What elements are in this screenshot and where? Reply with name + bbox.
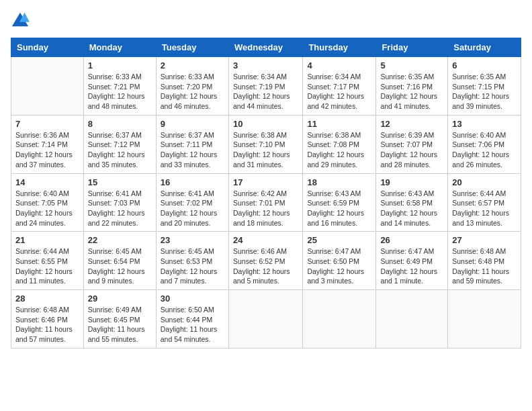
calendar-cell: 28 Sunrise: 6:48 AM Sunset: 6:46 PM Dayl… (11, 290, 84, 349)
calendar-cell: 9 Sunrise: 6:37 AM Sunset: 7:11 PM Dayli… (156, 115, 228, 173)
day-header-friday: Friday (376, 38, 448, 57)
daylight-label: Daylight: 12 hours and 24 minutes. (15, 209, 73, 227)
cell-content: Sunrise: 6:41 AM Sunset: 7:03 PM Dayligh… (88, 189, 152, 228)
sunrise-label: Sunrise: 6:33 AM (161, 73, 214, 81)
day-number: 13 (452, 119, 517, 129)
cell-content: Sunrise: 6:35 AM Sunset: 7:16 PM Dayligh… (380, 72, 443, 111)
sunrise-label: Sunrise: 6:41 AM (88, 189, 142, 197)
daylight-label: Daylight: 12 hours and 37 minutes. (15, 150, 73, 169)
cell-content: Sunrise: 6:44 AM Sunset: 6:55 PM Dayligh… (15, 246, 79, 286)
day-number: 10 (233, 119, 298, 129)
calendar-cell: 7 Sunrise: 6:36 AM Sunset: 7:14 PM Dayli… (11, 115, 84, 173)
sunset-label: Sunset: 7:10 PM (233, 140, 285, 148)
cell-content: Sunrise: 6:41 AM Sunset: 7:02 PM Dayligh… (161, 189, 224, 228)
daylight-label: Daylight: 11 hours and 55 minutes. (88, 325, 145, 343)
sunset-label: Sunset: 7:03 PM (88, 199, 140, 207)
calendar-week-4: 21 Sunrise: 6:44 AM Sunset: 6:55 PM Dayl… (11, 232, 521, 290)
sunrise-label: Sunrise: 6:45 AM (88, 247, 142, 255)
daylight-label: Daylight: 11 hours and 59 minutes. (452, 267, 509, 285)
calendar-cell: 12 Sunrise: 6:39 AM Sunset: 7:07 PM Dayl… (376, 115, 448, 173)
page-header (11, 11, 521, 30)
cell-content: Sunrise: 6:45 AM Sunset: 6:53 PM Dayligh… (161, 246, 224, 286)
sunrise-label: Sunrise: 6:44 AM (15, 247, 69, 255)
daylight-label: Daylight: 12 hours and 5 minutes. (233, 267, 290, 285)
daylight-label: Daylight: 12 hours and 20 minutes. (161, 209, 218, 227)
sunrise-label: Sunrise: 6:36 AM (15, 131, 69, 139)
calendar-cell: 3 Sunrise: 6:34 AM Sunset: 7:19 PM Dayli… (228, 57, 302, 116)
calendar-cell (448, 290, 521, 349)
cell-content: Sunrise: 6:46 AM Sunset: 6:52 PM Dayligh… (233, 246, 298, 286)
daylight-label: Daylight: 12 hours and 33 minutes. (161, 150, 218, 169)
calendar-cell: 2 Sunrise: 6:33 AM Sunset: 7:20 PM Dayli… (156, 57, 228, 116)
sunset-label: Sunset: 7:15 PM (452, 83, 504, 91)
calendar-cell: 18 Sunrise: 6:43 AM Sunset: 6:59 PM Dayl… (303, 173, 376, 232)
daylight-label: Daylight: 12 hours and 31 minutes. (233, 150, 290, 169)
day-number: 28 (15, 293, 79, 304)
cell-content: Sunrise: 6:40 AM Sunset: 7:05 PM Dayligh… (15, 189, 79, 228)
calendar-cell (376, 290, 448, 349)
cell-content: Sunrise: 6:33 AM Sunset: 7:20 PM Dayligh… (161, 72, 224, 111)
sunrise-label: Sunrise: 6:34 AM (233, 73, 287, 81)
sunset-label: Sunset: 7:02 PM (161, 199, 213, 207)
daylight-label: Daylight: 12 hours and 41 minutes. (380, 92, 437, 110)
day-header-wednesday: Wednesday (228, 38, 302, 57)
daylight-label: Daylight: 12 hours and 11 minutes. (15, 267, 73, 285)
cell-content: Sunrise: 6:40 AM Sunset: 7:06 PM Dayligh… (452, 130, 517, 170)
calendar-week-5: 28 Sunrise: 6:48 AM Sunset: 6:46 PM Dayl… (11, 290, 521, 349)
sunrise-label: Sunrise: 6:33 AM (88, 73, 142, 81)
day-number: 29 (88, 293, 152, 304)
daylight-label: Daylight: 12 hours and 35 minutes. (88, 150, 145, 169)
day-number: 3 (233, 60, 298, 71)
cell-content: Sunrise: 6:47 AM Sunset: 6:50 PM Dayligh… (307, 246, 371, 286)
cell-content: Sunrise: 6:50 AM Sunset: 6:44 PM Dayligh… (161, 305, 224, 345)
calendar-week-1: 1 Sunrise: 6:33 AM Sunset: 7:21 PM Dayli… (11, 57, 521, 116)
day-number: 9 (161, 119, 224, 129)
sunset-label: Sunset: 7:14 PM (15, 140, 68, 148)
cell-content: Sunrise: 6:43 AM Sunset: 6:59 PM Dayligh… (307, 189, 371, 228)
sunrise-label: Sunrise: 6:35 AM (452, 73, 506, 81)
sunset-label: Sunset: 6:46 PM (15, 316, 68, 324)
calendar-cell: 23 Sunrise: 6:45 AM Sunset: 6:53 PM Dayl… (156, 232, 228, 290)
daylight-label: Daylight: 12 hours and 39 minutes. (452, 92, 509, 110)
calendar-week-2: 7 Sunrise: 6:36 AM Sunset: 7:14 PM Dayli… (11, 115, 521, 173)
daylight-label: Daylight: 12 hours and 22 minutes. (88, 209, 145, 227)
day-number: 30 (161, 293, 224, 304)
sunrise-label: Sunrise: 6:37 AM (161, 131, 214, 139)
daylight-label: Daylight: 12 hours and 42 minutes. (307, 92, 364, 110)
calendar-cell: 19 Sunrise: 6:43 AM Sunset: 6:58 PM Dayl… (376, 173, 448, 232)
daylight-label: Daylight: 12 hours and 9 minutes. (88, 267, 145, 285)
day-number: 1 (88, 60, 152, 71)
sunset-label: Sunset: 6:48 PM (452, 257, 504, 265)
sunset-label: Sunset: 6:49 PM (380, 257, 433, 265)
sunrise-label: Sunrise: 6:47 AM (380, 247, 434, 255)
sunrise-label: Sunrise: 6:40 AM (15, 189, 69, 197)
day-number: 8 (88, 119, 152, 129)
calendar-cell: 24 Sunrise: 6:46 AM Sunset: 6:52 PM Dayl… (228, 232, 302, 290)
day-number: 12 (380, 119, 443, 129)
daylight-label: Daylight: 12 hours and 29 minutes. (307, 150, 364, 169)
daylight-label: Daylight: 12 hours and 26 minutes. (452, 150, 509, 169)
day-header-tuesday: Tuesday (156, 38, 228, 57)
sunset-label: Sunset: 7:08 PM (307, 140, 359, 148)
logo (11, 11, 32, 30)
day-number: 6 (452, 60, 517, 71)
calendar-cell: 25 Sunrise: 6:47 AM Sunset: 6:50 PM Dayl… (303, 232, 376, 290)
day-number: 19 (380, 177, 443, 187)
daylight-label: Daylight: 12 hours and 13 minutes. (452, 209, 509, 227)
logo-icon (11, 11, 30, 30)
sunrise-label: Sunrise: 6:45 AM (161, 247, 214, 255)
cell-content: Sunrise: 6:44 AM Sunset: 6:57 PM Dayligh… (452, 189, 517, 228)
sunset-label: Sunset: 7:21 PM (88, 83, 140, 91)
daylight-label: Daylight: 12 hours and 14 minutes. (380, 209, 437, 227)
sunset-label: Sunset: 7:17 PM (307, 83, 359, 91)
day-number: 16 (161, 177, 224, 187)
day-number: 20 (452, 177, 517, 187)
cell-content: Sunrise: 6:34 AM Sunset: 7:17 PM Dayligh… (307, 72, 371, 111)
day-number: 21 (15, 235, 79, 245)
sunset-label: Sunset: 7:01 PM (233, 199, 285, 207)
sunset-label: Sunset: 7:11 PM (161, 140, 213, 148)
sunrise-label: Sunrise: 6:41 AM (161, 189, 214, 197)
calendar-cell: 17 Sunrise: 6:42 AM Sunset: 7:01 PM Dayl… (228, 173, 302, 232)
calendar-cell: 26 Sunrise: 6:47 AM Sunset: 6:49 PM Dayl… (376, 232, 448, 290)
day-number: 7 (15, 119, 79, 129)
